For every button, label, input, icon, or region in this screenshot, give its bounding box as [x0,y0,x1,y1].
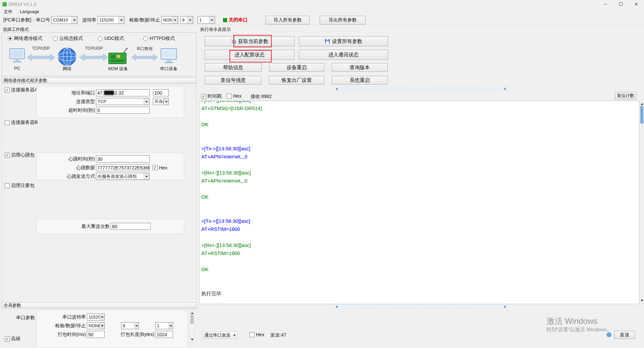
enter-comm-label: 进入通讯状态 [328,52,359,58]
recv-hex-checkbox[interactable]: Hex [227,93,241,99]
scroll-left-icon[interactable] [334,88,337,90]
timeout-input[interactable]: 5 [96,107,150,114]
radio-net-passthrough[interactable]: 网络透传模式 [8,36,42,42]
server-port-input[interactable]: 100 [153,89,169,96]
pack-time-value: 50 [88,332,94,337]
hb-hex-checkbox[interactable]: Hex [153,165,167,170]
conn-type-value: TCP [98,99,106,104]
pack-time-input[interactable]: 50 [87,331,105,338]
heartbeat-checkbox[interactable]: 启用心跳包 [5,152,35,158]
get-current-params-button[interactable]: 获取当前参数 [205,36,294,46]
scroll-down-icon[interactable] [191,339,194,342]
reset-counter-button[interactable]: 复位计数 [615,92,636,99]
send-via-dropdown[interactable]: 通过串口发送 [203,332,237,339]
checkbox-icon [5,153,10,158]
hb-time-input[interactable]: 30 [96,155,150,162]
scroll-up-icon[interactable] [191,311,194,314]
log-output-area[interactable]: >[Rx<-][13:58:30][asc]AT+STMSG=[USR-DR51… [199,101,639,304]
radio-httpd-mode[interactable]: HTTPD模式 [143,36,175,42]
scroll-left-icon[interactable] [334,305,337,308]
close-serial-button[interactable]: 关闭串口 [221,16,250,24]
stop-bits-select[interactable]: 1 [198,16,215,24]
global-baud-label: 串口波特率 [37,314,86,320]
enter-config-button[interactable]: 进入配置状态 [205,50,294,60]
pack-len-input[interactable]: 1024 [155,331,173,338]
chevron-down-icon [144,98,149,105]
scroll-right-icon[interactable] [504,305,507,308]
chevron-down-icon [100,322,104,329]
hb-data-label: 心跳数据 [37,165,95,171]
register-checkbox[interactable]: 启用注册包 [5,183,35,189]
conn-mode-select[interactable]: 长连接 [153,98,169,105]
query-version-label: 查询版本 [350,64,370,71]
set-all-params-button[interactable]: 设置所有参数 [299,36,388,46]
query-version-button[interactable]: 查询版本 [332,63,388,72]
global-stopbits-select[interactable]: 1 [155,322,173,329]
log-top-scrollbar[interactable] [333,87,508,91]
chevron-down-icon [172,16,178,23]
scroll-right-icon[interactable] [504,88,507,90]
send-hex-checkbox[interactable]: Hex [250,332,264,337]
global-baud-select[interactable]: 115200 [87,313,105,320]
scroll-down-icon[interactable] [641,300,643,303]
send-via-label: 通过串口发送 [204,332,230,338]
radio-icon [98,36,103,41]
server-b-checkbox[interactable]: 连接服务器B [5,119,38,126]
reconnect-input[interactable]: 60 [111,223,151,230]
enter-comm-button[interactable]: 进入通讯状态 [299,50,388,60]
recv-count: 接收:8962 [251,94,272,100]
com-port-select[interactable]: COM10 [51,16,77,24]
magnifier-icon [231,39,236,44]
help-button[interactable]: 帮助信息 [205,63,262,72]
timestamp-checkbox[interactable]: 时间戳 [201,93,222,99]
network-label: 网络 [56,66,78,72]
send-hex-label: Hex [256,332,264,337]
menu-language[interactable]: Language [19,9,40,14]
pc-serial-label: [PC串口参数]：串口号 [3,17,50,23]
activate-windows-watermark: 激活 Windows [546,316,597,327]
send-button[interactable]: 发送 [614,331,635,339]
system-restart-button[interactable]: 系统重启 [332,76,388,85]
timeout-value: 5 [97,108,100,113]
maximize-button[interactable] [613,0,629,8]
get-current-params-label: 获取当前参数 [238,38,268,45]
left-panel-scrollbar[interactable] [190,309,194,343]
data-bits-select[interactable]: 8 [180,16,193,24]
log-bottom-scrollbar[interactable] [333,305,508,308]
pc-label: PC [9,66,25,71]
global-parity-select[interactable]: NONE [87,322,105,329]
global-databits-select[interactable]: 8 [121,322,139,329]
device-restart-button[interactable]: 设备重启 [269,63,324,72]
parity-select[interactable]: NONI [161,16,178,24]
advanced-checkbox[interactable]: 高级 [5,336,20,342]
factory-reset-label: 恢复出厂设置 [282,77,312,84]
baud-select[interactable]: 115200 [98,16,124,24]
hb-mode-select[interactable]: 向服务器发送心跳包 [96,173,150,180]
server-address-input[interactable]: 47.2.32 [96,89,150,96]
radio-cloud-config[interactable]: 云组态模式 [53,36,83,42]
checkbox-icon [5,120,10,125]
checkbox-icon [227,94,232,99]
address-prefix: 47. [97,90,104,96]
factory-reset-button[interactable]: 恢复出厂设置 [269,76,324,85]
server-a-checkbox[interactable]: 连接服务器A [5,87,38,93]
hb-data-input[interactable]: 7777772E7573722E636E [96,164,150,171]
close-button[interactable]: ✕ [629,0,644,8]
scrollbar-thumb[interactable] [640,106,643,123]
m2m-label: M2M 设备 [103,66,133,72]
chevron-down-icon [168,322,173,329]
log-vertical-scrollbar[interactable] [640,101,644,304]
title-bar: DR514 V2.1.3 ✕ [0,0,644,8]
system-restart-label: 系统重启 [350,77,370,84]
radio-udc-mode[interactable]: UDC模式 [98,36,124,42]
scrollbar-thumb[interactable] [191,315,194,324]
menu-file[interactable]: 文件 [3,8,13,15]
import-all-button[interactable]: 导入所有参数 [266,16,310,24]
scroll-up-icon[interactable] [641,102,643,105]
server-a-label: 连接服务器A [11,87,38,93]
conn-type-select[interactable]: TCP [96,98,150,105]
query-signal-button[interactable]: 查信号强度 [205,76,262,85]
export-all-button[interactable]: 导出所有参数 [320,16,366,24]
import-all-label: 导入所有参数 [274,17,302,23]
minimize-button[interactable] [598,0,613,8]
